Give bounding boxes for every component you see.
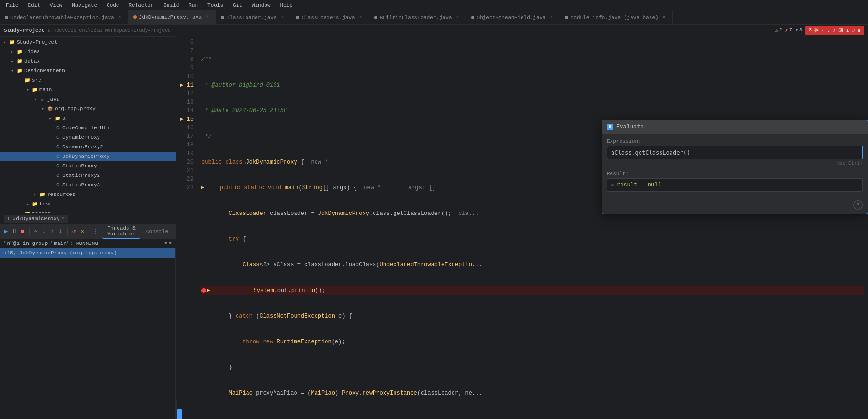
tree-item-staticproxy3[interactable]: ▸ C StaticProxy3 [0,180,176,190]
menu-item-code[interactable]: Code [105,1,121,9]
tree-item-staticproxy[interactable]: ▸ C StaticProxy [0,161,176,171]
tree-item-java[interactable]: ▾ ☕ java [0,95,176,104]
menu-item-git[interactable]: Git [231,1,244,9]
run-to-cursor-button[interactable]: ⤵ [58,226,64,237]
right-gutter[interactable] [176,400,182,419]
step-over-button[interactable]: ↷ [33,226,39,237]
tree-item-jdkdynamicproxy[interactable]: ▸ C JdkDynamicProxy [0,152,176,161]
code-text[interactable]: /** * @author bigbird-0101 * @date 2024-… [197,36,868,400]
close-icon-classloader[interactable]: × [279,14,286,21]
close-icon-classloaders[interactable]: × [357,14,364,21]
sidebar-tab-icon: C [8,216,11,222]
more-options-button[interactable]: ⋮ [92,226,99,237]
code-editor[interactable]: 6 7 8 9 10 ▶ 11 12 13 14 ▶ 15 16 17 18 1… [176,36,868,400]
menu-item-window[interactable]: Window [250,1,273,9]
tree-item-dynamicproxy[interactable]: ▸ C DynamicProxy [0,133,176,142]
tree-item-designpattern[interactable]: ▾ 📁 DesignPattern [0,66,176,76]
tree-item-a[interactable]: ▸ 📁 a [0,114,176,123]
step-into-button[interactable]: ↓ [41,226,47,237]
info-badge[interactable]: ▼ 3 [795,28,802,33]
help-button[interactable]: ? [853,200,863,210]
tree-item-orgfppproxy[interactable]: ▾ 📦 org.fpp.proxy [0,104,176,114]
menu-item-run[interactable]: Run [187,1,200,9]
menu-item-navigate[interactable]: Navigate [70,1,99,9]
close-icon-jdkdynamic[interactable]: × [204,14,211,20]
tab-dot-jdkdynamic [133,15,137,19]
tree-item-main[interactable]: ▾ 📁 main [0,85,176,95]
toolbar-separator-1 [29,227,30,236]
tab-builtinclassloader[interactable]: BuiltinClassLoader.java × [369,10,466,25]
sidebar-tab-label: JdkDynamicProxy [13,216,60,222]
tab-jdkdynamicproxy[interactable]: JdkDynamicProxy.java × [128,10,216,25]
menu-item-build[interactable]: Build [161,1,181,9]
frame-item-main[interactable]: :15, JdkDynamicProxy (org.fpp.proxy) [0,248,175,258]
tab-threads-variables[interactable]: Threads & Variables [102,224,140,239]
tree-arrow-resources: ▸ [32,192,38,197]
evaluate-title: Evaluate [616,124,644,130]
pause-button[interactable]: ⏸ [11,226,17,237]
menu-item-tools[interactable]: Tools [206,1,225,9]
tree-item-datax[interactable]: ▸ 📁 datax [0,57,176,66]
tree-arrow-a: ▸ [48,116,53,121]
project-sidebar: Study-Project D:\development\idea worksp… [0,25,176,419]
tab-label-classloaders: ClassLoaders.java [302,15,355,20]
sidebar-bottom-tab-jdk[interactable]: C JdkDynamicProxy × [4,215,68,223]
info-count: 3 [799,28,802,33]
menu-item-view[interactable]: View [48,1,64,9]
tab-moduleinfo[interactable]: module-info.java (java.base) × [560,10,673,25]
close-icon-objectstream[interactable]: × [548,14,555,21]
rerun-button[interactable]: ↺ [71,226,77,237]
main-layout: Study-Project D:\development\idea worksp… [0,25,868,419]
tab-console[interactable]: Console [141,228,173,235]
tree-item-dynamicproxy2[interactable]: ▸ C DynamicProxy2 [0,142,176,152]
step-out-button[interactable]: ↑ [49,226,55,237]
close-icon-undeclared[interactable]: × [117,14,123,21]
tab-dot-moduleinfo [565,16,568,19]
java-icon-dynamicproxy: C [54,134,61,141]
tree-item-staticproxy2[interactable]: ▸ C StaticProxy2 [0,171,176,180]
code-line-14: Class<?> aClass = classLoader.loadClass(… [201,261,864,269]
evaluate-icon: E [607,124,613,130]
warnings-badge[interactable]: ⚠ 2 [775,28,782,33]
sougou-icon: S [809,28,812,33]
tab-label-jdkdynamic: JdkDynamicProxy.java [139,14,202,20]
tree-item-target[interactable]: ▸ 📁 target [0,209,176,213]
tree-label-study: Study-Project [17,39,58,45]
menu-item-edit[interactable]: Edit [26,1,42,9]
tab-classloader[interactable]: ClassLoader.java × [216,10,291,25]
expression-input[interactable] [607,146,863,159]
errors-badge[interactable]: ✗ 7 [785,28,792,33]
mute-breakpoints-button[interactable]: ✕ [79,226,85,237]
tab-undeclared[interactable]: UndeclaredThrowableException.java × [0,10,128,25]
tree-item-test[interactable]: ▸ 📁 test [0,199,176,209]
tree-label-codecompilerutil: CodeCompilerUtil [62,125,113,131]
stop-button[interactable]: ■ [20,226,26,237]
evaluate-title-bar: E Evaluate [602,120,868,134]
tree-item-src[interactable]: ▾ 📁 src [0,76,176,85]
sidebar-tab-close[interactable]: × [62,216,64,221]
tree-item-codecompilerutil[interactable]: ▸ C CodeCompilerUtil [0,123,176,133]
tree-item-study-project[interactable]: ▾ 📁 Study-Project [0,38,176,47]
tab-dot-classloaders [296,16,299,19]
menu-item-refactor[interactable]: Refactor [127,1,156,9]
tree-label-datax: datax [24,58,40,64]
code-line-18: } [201,363,864,372]
frames-panel[interactable]: :15, JdkDynamicProxy (org.fpp.proxy) [0,248,176,419]
tab-label-moduleinfo: module-info.java (java.base) [571,15,659,20]
tab-classloaders[interactable]: ClassLoaders.java × [291,10,369,25]
debug-toolbar: ▶ ⏸ ■ ↷ ↓ ↑ ⤵ ↺ ✕ ⋮ [0,224,176,239]
tree-label-orgfppproxy: org.fpp.proxy [55,106,96,112]
tree-item-resources[interactable]: ▸ 📁 resources [0,190,176,199]
close-icon-builtin[interactable]: × [454,14,461,21]
file-tree[interactable]: ▾ 📁 Study-Project ▸ 📁 .idea ▸ 📁 datax ▾ … [0,37,176,213]
frame-method: :15, JdkDynamicProxy (org.fpp.proxy) [4,250,117,256]
result-text: result = null [617,182,661,188]
tree-label-java: java [47,97,59,102]
tree-item-idea[interactable]: ▸ 📁 .idea [0,47,176,57]
menu-item-help[interactable]: Help [278,1,295,9]
close-icon-moduleinfo[interactable]: × [661,14,668,21]
menu-item-file[interactable]: File [4,1,20,9]
tab-objectstreamfield[interactable]: ObjectStreamField.java × [466,10,560,25]
resume-button[interactable]: ▶ [3,226,9,237]
project-path: D:\development\idea workspace\Study-Proj… [48,28,170,33]
